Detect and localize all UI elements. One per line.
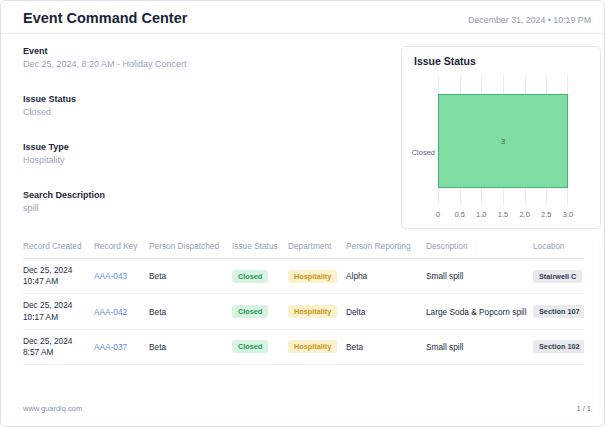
field-event-label: Event — [23, 46, 187, 56]
field-issue-status: Issue Status Closed — [23, 94, 76, 117]
col-person-dispatched: Person Dispatched — [149, 237, 232, 259]
location-badge: Section 107 — [533, 305, 584, 318]
record-date: Dec 25, 2024 — [23, 265, 90, 276]
table-row: Dec 25, 2024 10:17 AM AAA-042 Beta Close… — [23, 294, 584, 329]
x-tick: 2.0 — [519, 210, 529, 219]
x-tick: 1.5 — [498, 210, 508, 219]
report-datetime: December 31, 2024 • 10:19 PM — [468, 15, 591, 25]
field-search-description-label: Search Description — [23, 190, 105, 200]
event-command-center-page: Event Command Center December 31, 2024 •… — [0, 0, 605, 427]
x-tick: 0.5 — [454, 210, 464, 219]
record-time: 8:57 AM — [23, 347, 90, 358]
footer-page-number: 1 / 1 — [576, 404, 591, 413]
col-department: Department — [288, 237, 346, 259]
records-table: Record Created Record Key Person Dispatc… — [23, 237, 584, 365]
col-record-created: Record Created — [23, 237, 94, 259]
record-date: Dec 25, 2024 — [23, 336, 90, 347]
status-badge: Closed — [232, 305, 268, 318]
chart-bar-closed: 3 — [438, 94, 568, 188]
record-key-link[interactable]: AAA-042 — [94, 307, 127, 317]
table-row: Dec 25, 2024 10:47 AM AAA-043 Beta Close… — [23, 259, 584, 294]
col-record-key: Record Key — [94, 237, 149, 259]
field-issue-status-label: Issue Status — [23, 94, 76, 104]
location-badge: Stairwell C — [533, 270, 582, 283]
location-badge: Section 102 — [533, 340, 584, 353]
field-search-description-value: spill — [23, 203, 105, 213]
field-event: Event Dec 25, 2024, 8:20 AM - Holiday Co… — [23, 46, 187, 69]
chart-category-label: Closed — [408, 148, 435, 157]
table-row: Dec 25, 2024 8:57 AM AAA-037 Beta Closed… — [23, 329, 584, 364]
chart-title: Issue Status — [414, 55, 476, 67]
record-key-link[interactable]: AAA-043 — [94, 271, 127, 281]
chart-x-axis: 0 0.5 1.0 1.5 2.0 2.5 3.0 — [438, 210, 568, 220]
page-title: Event Command Center — [23, 10, 187, 26]
status-badge: Closed — [232, 340, 268, 353]
record-created-cell: Dec 25, 2024 10:47 AM — [23, 259, 94, 294]
page-header: Event Command Center December 31, 2024 •… — [1, 1, 604, 34]
record-created-cell: Dec 25, 2024 8:57 AM — [23, 329, 94, 364]
department-badge: Hospitality — [288, 340, 337, 353]
col-location: Location — [533, 237, 584, 259]
field-issue-status-value: Closed — [23, 107, 76, 117]
col-description: Description — [426, 237, 533, 259]
record-time: 10:17 AM — [23, 312, 90, 323]
person-dispatched-cell: Beta — [149, 294, 232, 329]
department-badge: Hospitality — [288, 305, 337, 318]
person-reporting-cell: Delta — [346, 294, 426, 329]
department-badge: Hospitality — [288, 270, 337, 283]
field-event-value: Dec 25, 2024, 8:20 AM - Holiday Concert — [23, 59, 187, 69]
chart-plot-area: 3 — [438, 75, 568, 205]
table-header-row: Record Created Record Key Person Dispatc… — [23, 237, 584, 259]
field-search-description: Search Description spill — [23, 190, 105, 213]
field-issue-type-value: Hospitality — [23, 155, 69, 165]
x-tick: 1.0 — [476, 210, 486, 219]
x-tick: 3.0 — [563, 210, 573, 219]
chart-bar-value: 3 — [501, 137, 505, 146]
status-badge: Closed — [232, 270, 268, 283]
person-dispatched-cell: Beta — [149, 259, 232, 294]
record-key-link[interactable]: AAA-037 — [94, 342, 127, 352]
person-reporting-cell: Alpha — [346, 259, 426, 294]
description-cell: Small spill — [426, 259, 533, 294]
description-cell: Large Soda & Popcorn spill — [426, 294, 533, 329]
record-date: Dec 25, 2024 — [23, 300, 90, 311]
record-created-cell: Dec 25, 2024 10:17 AM — [23, 294, 94, 329]
x-tick: 2.5 — [541, 210, 551, 219]
person-reporting-cell: Beta — [346, 329, 426, 364]
col-issue-status: Issue Status — [232, 237, 288, 259]
field-issue-type: Issue Type Hospitality — [23, 142, 69, 165]
record-time: 10:47 AM — [23, 276, 90, 287]
description-cell: Small spill — [426, 329, 533, 364]
person-dispatched-cell: Beta — [149, 329, 232, 364]
issue-status-chart-panel: Issue Status Closed 3 0 0.5 1.0 1.5 2.0 … — [401, 46, 601, 229]
footer-url: www.guardiq.com — [23, 404, 82, 413]
col-person-reporting: Person Reporting — [346, 237, 426, 259]
x-tick: 0 — [436, 210, 440, 219]
field-issue-type-label: Issue Type — [23, 142, 69, 152]
